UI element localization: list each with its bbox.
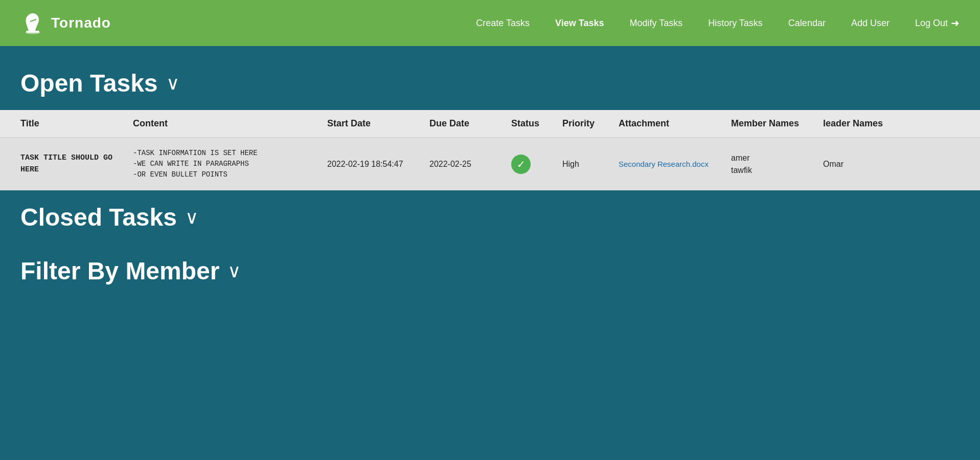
nav-add-user[interactable]: Add User <box>851 18 890 29</box>
nav-modify-tasks[interactable]: Modify Tasks <box>629 18 682 29</box>
open-tasks-header[interactable]: Open Tasks ∨ <box>0 56 980 110</box>
main-content: Open Tasks ∨ Title Content Start Date Du… <box>0 46 980 308</box>
nav-calendar[interactable]: Calendar <box>788 18 826 29</box>
status-badge: ✓ <box>511 155 531 174</box>
cell-title: TASK TITLE SHOULD GO HERE <box>20 152 133 176</box>
attachment-link[interactable]: Secondary Research.docx <box>619 160 709 168</box>
logo-icon <box>20 11 45 35</box>
col-due-date: Due Date <box>429 118 511 129</box>
filter-by-member-chevron: ∨ <box>227 262 241 280</box>
col-content: Content <box>133 118 327 129</box>
filter-by-member-title: Filter By Member <box>20 257 219 285</box>
brand: Tornado <box>20 11 111 35</box>
closed-tasks-header[interactable]: Closed Tasks ∨ <box>0 190 980 244</box>
cell-priority: High <box>562 158 619 170</box>
closed-tasks-chevron: ∨ <box>185 208 198 227</box>
brand-name: Tornado <box>51 15 111 31</box>
logout-icon: ➜ <box>951 17 960 29</box>
col-title: Title <box>20 118 133 129</box>
tasks-table: Title Content Start Date Due Date Status… <box>0 110 980 190</box>
open-tasks-title: Open Tasks <box>20 69 158 97</box>
nav-history-tasks[interactable]: History Tasks <box>708 18 763 29</box>
navbar: Tornado Create Tasks View Tasks Modify T… <box>0 0 980 46</box>
nav-create-tasks[interactable]: Create Tasks <box>476 18 530 29</box>
svg-point-2 <box>33 15 37 19</box>
cell-content: -TASK INFORMATION IS SET HERE -WE CAN WR… <box>133 148 327 180</box>
cell-start-date: 2022-02-19 18:54:47 <box>327 158 429 170</box>
col-attachment: Attachment <box>619 118 731 129</box>
cell-leader-names: Omar <box>823 158 905 170</box>
col-priority: Priority <box>562 118 619 129</box>
filter-by-member-header[interactable]: Filter By Member ∨ <box>0 244 980 298</box>
table-row: TASK TITLE SHOULD GO HERE -TASK INFORMAT… <box>0 138 980 190</box>
open-tasks-chevron: ∨ <box>166 74 179 93</box>
nav-view-tasks[interactable]: View Tasks <box>555 18 604 29</box>
filter-by-member-section: Filter By Member ∨ <box>0 244 980 298</box>
closed-tasks-title: Closed Tasks <box>20 203 177 231</box>
svg-rect-1 <box>26 31 39 33</box>
cell-due-date: 2022-02-25 <box>429 158 511 170</box>
nav-logout[interactable]: Log Out ➜ <box>915 17 960 29</box>
col-start-date: Start Date <box>327 118 429 129</box>
closed-tasks-section: Closed Tasks ∨ <box>0 190 980 244</box>
cell-member-names: amer tawfik <box>731 152 823 177</box>
navbar-nav: Create Tasks View Tasks Modify Tasks His… <box>476 17 960 29</box>
table-header: Title Content Start Date Due Date Status… <box>0 110 980 138</box>
status-check-icon: ✓ <box>517 157 526 172</box>
col-status: Status <box>511 118 562 129</box>
cell-attachment: Secondary Research.docx <box>619 158 731 170</box>
col-member-names: Member Names <box>731 118 823 129</box>
col-leader-names: leader Names <box>823 118 905 129</box>
cell-status: ✓ <box>511 155 562 174</box>
